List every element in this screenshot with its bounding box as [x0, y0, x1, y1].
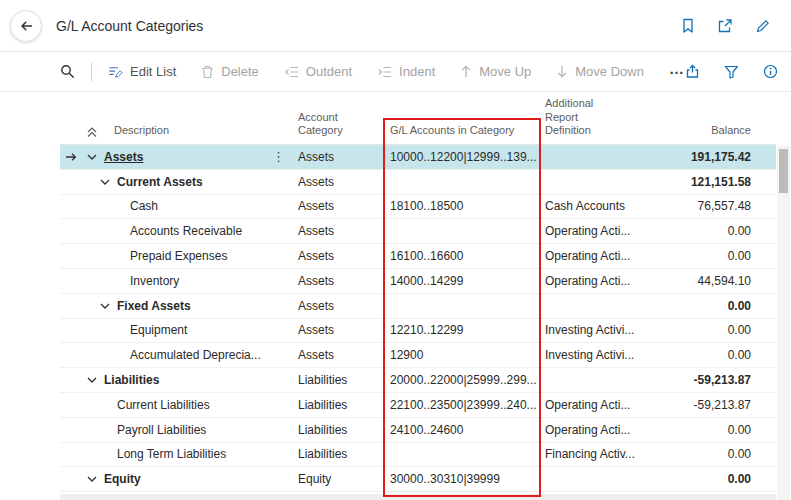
table-row[interactable]: EquipmentAssets12210..12299Investing Act… [60, 319, 776, 344]
account-category-cell[interactable]: Assets [294, 244, 386, 268]
balance-cell[interactable]: -59,213.87 [653, 393, 751, 417]
account-category-cell[interactable]: Liabilities [294, 368, 386, 392]
report-definition-cell[interactable] [541, 145, 653, 169]
gl-accounts-cell[interactable]: 24100..24600 [386, 418, 541, 442]
account-category-cell[interactable]: Liabilities [294, 418, 386, 442]
balance-cell[interactable]: 191,175.42 [653, 145, 751, 169]
balance-cell[interactable]: 0.00 [653, 443, 751, 467]
description-cell[interactable]: Prepaid Expenses [84, 244, 294, 268]
move-down-button[interactable]: Move Down [556, 64, 644, 79]
table-row[interactable]: Accounts ReceivableAssetsOperating Acti.… [60, 219, 776, 244]
description-cell[interactable]: Equity [84, 467, 294, 491]
gl-accounts-cell[interactable]: 30000..30310|39999 [386, 467, 541, 491]
gl-accounts-cell[interactable]: 12900 [386, 343, 541, 367]
row-select-gutter[interactable] [60, 244, 84, 268]
gl-accounts-cell[interactable]: 18100..18500 [386, 195, 541, 219]
vertical-scrollbar[interactable] [777, 146, 790, 500]
share-button[interactable] [685, 64, 700, 79]
report-definition-cell[interactable] [541, 294, 653, 318]
table-row[interactable]: InventoryAssets14000..14299Operating Act… [60, 269, 776, 294]
balance-cell[interactable]: 0.00 [653, 294, 751, 318]
table-row[interactable]: Prepaid ExpensesAssets16100..16600Operat… [60, 244, 776, 269]
description-cell[interactable]: Long Term Liabilities [84, 443, 294, 467]
chevron-down-icon[interactable] [87, 154, 104, 160]
gl-accounts-cell[interactable]: 22100..23500|23999..240... [386, 393, 541, 417]
balance-cell[interactable]: 44,594.10 [653, 269, 751, 293]
collapse-all-icon[interactable] [87, 127, 97, 138]
gl-accounts-cell[interactable] [386, 443, 541, 467]
account-category-cell[interactable]: Assets [294, 195, 386, 219]
account-category-cell[interactable]: Assets [294, 219, 386, 243]
balance-cell[interactable]: 76,557.48 [653, 195, 751, 219]
description-cell[interactable]: Liabilities [84, 368, 294, 392]
report-definition-cell[interactable]: Investing Activi... [541, 319, 653, 343]
description-cell[interactable]: Current Liabilities [84, 393, 294, 417]
description-cell[interactable]: Inventory [84, 269, 294, 293]
balance-cell[interactable]: 0.00 [653, 219, 751, 243]
report-definition-cell[interactable]: Operating Acti... [541, 244, 653, 268]
table-row[interactable]: Long Term LiabilitiesLiabilitiesFinancin… [60, 443, 776, 468]
column-gl-accounts[interactable]: G/L Accounts in Category [386, 124, 541, 138]
column-account-category[interactable]: Account Category [294, 111, 386, 139]
report-definition-cell[interactable]: Financing Activ... [541, 443, 653, 467]
account-category-cell[interactable]: Assets [294, 343, 386, 367]
balance-cell[interactable]: 121,151.58 [653, 170, 751, 194]
edit-button[interactable] [755, 18, 771, 34]
table-row[interactable]: Assets⋮Assets10000..12200|12999..139...1… [60, 145, 776, 170]
vertical-scrollbar-thumb[interactable] [779, 149, 788, 193]
gl-accounts-cell[interactable]: 14000..14299 [386, 269, 541, 293]
row-select-gutter[interactable] [60, 368, 84, 392]
table-row[interactable]: Current AssetsAssets121,151.58 [60, 170, 776, 195]
report-definition-cell[interactable]: Cash Accounts [541, 195, 653, 219]
chevron-down-icon[interactable] [87, 476, 104, 482]
gl-accounts-cell[interactable] [386, 170, 541, 194]
report-definition-cell[interactable]: Operating Acti... [541, 269, 653, 293]
table-row[interactable]: Payroll LiabilitiesLiabilities24100..246… [60, 418, 776, 443]
row-select-gutter[interactable] [60, 343, 84, 367]
description-cell[interactable]: Current Assets [84, 170, 294, 194]
row-select-gutter[interactable] [60, 294, 84, 318]
delete-button[interactable]: Delete [201, 64, 259, 79]
table-row[interactable]: Accumulated Deprecia...Assets12900Invest… [60, 343, 776, 368]
move-up-button[interactable]: Move Up [460, 64, 531, 79]
popout-button[interactable] [717, 18, 733, 34]
row-select-gutter[interactable] [60, 269, 84, 293]
report-definition-cell[interactable] [541, 170, 653, 194]
more-options-button[interactable]: … [669, 64, 685, 80]
account-category-cell[interactable]: Assets [294, 294, 386, 318]
account-category-cell[interactable]: Assets [294, 269, 386, 293]
gl-accounts-cell[interactable] [386, 219, 541, 243]
gl-accounts-cell[interactable]: 16100..16600 [386, 244, 541, 268]
report-definition-cell[interactable]: Operating Acti... [541, 418, 653, 442]
report-definition-cell[interactable] [541, 467, 653, 491]
balance-cell[interactable]: -59,213.87 [653, 368, 751, 392]
filter-button[interactable] [724, 65, 739, 79]
account-category-cell[interactable]: Assets [294, 170, 386, 194]
report-definition-cell[interactable]: Operating Acti... [541, 219, 653, 243]
account-category-cell[interactable]: Liabilities [294, 443, 386, 467]
row-select-gutter[interactable] [60, 418, 84, 442]
row-select-gutter[interactable] [60, 319, 84, 343]
gl-accounts-cell[interactable]: 10000..12200|12999..139... [386, 145, 541, 169]
chevron-down-icon[interactable] [100, 303, 117, 309]
edit-list-button[interactable]: Edit List [108, 64, 176, 79]
table-row[interactable]: EquityEquity30000..30310|399990.00 [60, 467, 776, 492]
gl-accounts-cell[interactable]: 20000..22000|25999..299... [386, 368, 541, 392]
account-category-cell[interactable]: Assets [294, 319, 386, 343]
chevron-down-icon[interactable] [87, 377, 104, 383]
row-select-gutter[interactable] [60, 195, 84, 219]
description-cell[interactable]: Accumulated Deprecia... [84, 343, 294, 367]
indent-button[interactable]: Indent [377, 64, 435, 79]
outdent-button[interactable]: Outdent [284, 64, 352, 79]
search-button[interactable] [60, 64, 75, 79]
table-row[interactable]: Fixed AssetsAssets0.00 [60, 294, 776, 319]
balance-cell[interactable]: 0.00 [653, 343, 751, 367]
description-cell[interactable]: Accounts Receivable [84, 219, 294, 243]
back-button[interactable] [10, 10, 42, 42]
account-category-cell[interactable]: Assets [294, 145, 386, 169]
column-additional-report[interactable]: Additional Report Definition [541, 97, 653, 138]
description-cell[interactable]: Fixed Assets [84, 294, 294, 318]
bookmark-button[interactable] [681, 18, 695, 34]
table-row[interactable]: Current LiabilitiesLiabilities22100..235… [60, 393, 776, 418]
balance-cell[interactable]: 0.00 [653, 244, 751, 268]
